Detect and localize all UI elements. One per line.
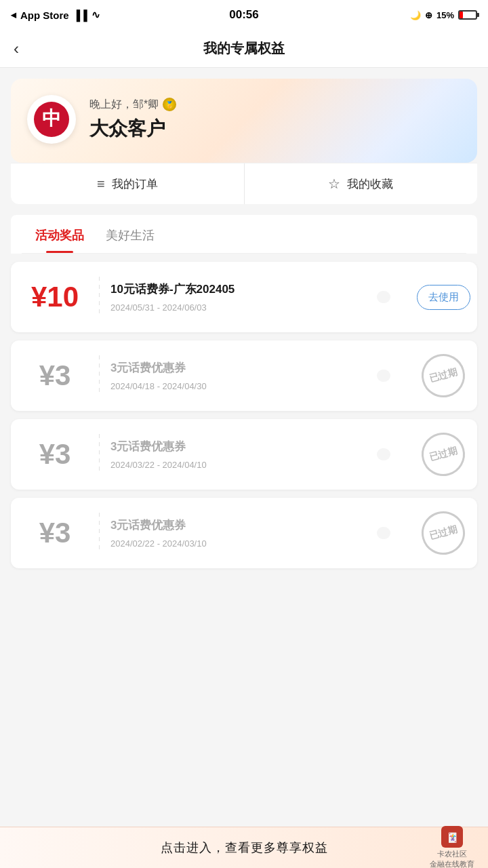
orders-icon: ≡ [97, 176, 105, 192]
user-greeting: 晚上好，邹*卿 🥇 [89, 98, 176, 112]
coupon-item-2: ¥3 3元话费优惠券 2024/04/18 - 2024/04/30 已过期 [11, 340, 477, 411]
coupon-info-4: 3元话费优惠券 2024/02/22 - 2024/03/10 [100, 504, 409, 562]
quick-actions: ≡ 我的订单 ☆ 我的收藏 [11, 163, 477, 204]
logo-label: 卡农社区 [437, 849, 467, 859]
battery-percent: 15% [436, 10, 454, 20]
bank-logo: 中 [27, 95, 76, 144]
tab-activity[interactable]: 活动奖品 [24, 215, 95, 253]
tabs: 活动奖品 美好生活 [11, 215, 477, 253]
svg-text:🃏: 🃏 [447, 832, 459, 844]
page-title: 我的专属权益 [203, 39, 285, 58]
battery-icon [458, 10, 477, 20]
favorites-icon: ☆ [328, 176, 340, 192]
coupon-date-2: 2024/04/18 - 2024/04/30 [110, 381, 399, 391]
wifi-icon: ∿ [92, 9, 100, 21]
coupon-action-2: 已过期 [409, 343, 477, 408]
bottom-banner-text: 点击进入，查看更多尊享权益 [161, 840, 328, 856]
coupon-action-4: 已过期 [409, 500, 477, 566]
expired-stamp-3: 已过期 [417, 428, 470, 481]
coupon-name-2: 3元话费优惠券 [110, 360, 399, 376]
favorites-button[interactable]: ☆ 我的收藏 [245, 163, 478, 204]
coupon-date-1: 2024/05/31 - 2024/06/03 [110, 302, 399, 313]
bottom-banner[interactable]: 点击进入，查看更多尊享权益 🃏 卡农社区 金融在线教育 [0, 827, 488, 868]
coupon-name-4: 3元话费优惠券 [110, 517, 399, 533]
coupon-amount-3: ¥3 [11, 419, 99, 490]
back-arrow-status: ◂ [11, 9, 16, 21]
app-store-label: App Store [20, 9, 69, 21]
moon-icon: 🌙 [410, 10, 421, 20]
coupon-amount-4: ¥3 [11, 498, 99, 568]
coupon-item-1: ¥10 10元话费券-广东202405 2024/05/31 - 2024/06… [11, 262, 477, 332]
coupon-info-1: 10元话费券-广东202405 2024/05/31 - 2024/06/03 [100, 268, 409, 326]
coupon-amount-1: ¥10 [11, 262, 99, 332]
orders-button[interactable]: ≡ 我的订单 [11, 163, 245, 204]
coupon-action-1: 去使用 [409, 274, 477, 321]
status-bar: ◂ App Store ▐▐ ∿ 00:56 🌙 ⊕ 15% [0, 0, 488, 30]
expired-stamp-2: 已过期 [417, 349, 470, 402]
coupon-amount-text-4: ¥3 [39, 517, 71, 549]
coupon-date-4: 2024/02/22 - 2024/03/10 [110, 538, 399, 549]
back-button[interactable]: ‹ [14, 39, 19, 58]
vip-badge: 🥇 [163, 98, 176, 111]
location-icon: ⊕ [425, 10, 432, 20]
logo-sublabel: 金融在线教育 [430, 859, 474, 868]
tabs-container: 活动奖品 美好生活 [11, 215, 477, 254]
coupon-amount-2: ¥3 [11, 340, 99, 411]
status-right: 🌙 ⊕ 15% [410, 10, 477, 20]
coupon-info-3: 3元话费优惠券 2024/03/22 - 2024/04/10 [100, 425, 409, 484]
bottom-banner-logo: 🃏 卡农社区 金融在线教育 [430, 826, 474, 868]
coupon-name-3: 3元话费优惠券 [110, 439, 399, 454]
coupon-info-2: 3元话费优惠券 2024/04/18 - 2024/04/30 [100, 347, 409, 405]
tab-life[interactable]: 美好生活 [95, 215, 165, 253]
coupon-item-3: ¥3 3元话费优惠券 2024/03/22 - 2024/04/10 已过期 [11, 419, 477, 490]
svg-text:中: 中 [42, 108, 61, 129]
favorites-label: 我的收藏 [347, 176, 393, 192]
logo-icon: 🃏 [441, 826, 463, 848]
logo-svg: 🃏 [445, 830, 459, 844]
coupon-list: ¥10 10元话费券-广东202405 2024/05/31 - 2024/06… [11, 254, 477, 636]
expired-stamp-4: 已过期 [417, 507, 470, 559]
user-level: 大众客户 [89, 116, 176, 142]
signal-icon: ▐▐ [73, 9, 87, 21]
coupon-name-1: 10元话费券-广东202405 [110, 281, 399, 297]
bank-logo-svg: 中 [34, 102, 69, 137]
status-left: ◂ App Store ▐▐ ∿ [11, 9, 100, 21]
orders-label: 我的订单 [112, 176, 158, 192]
coupon-amount-text-2: ¥3 [39, 359, 71, 392]
coupon-action-3: 已过期 [409, 422, 477, 487]
coupon-date-3: 2024/03/22 - 2024/04/10 [110, 460, 399, 470]
coupon-item-4: ¥3 3元话费优惠券 2024/02/22 - 2024/03/10 已过期 [11, 498, 477, 568]
use-button-1[interactable]: 去使用 [417, 285, 470, 310]
user-card: 中 晚上好，邹*卿 🥇 大众客户 [11, 79, 477, 163]
coupon-amount-text-3: ¥3 [39, 438, 71, 471]
nav-bar: ‹ 我的专属权益 [0, 30, 488, 68]
coupon-amount-text-1: ¥10 [31, 281, 79, 313]
status-time: 00:56 [229, 8, 258, 22]
